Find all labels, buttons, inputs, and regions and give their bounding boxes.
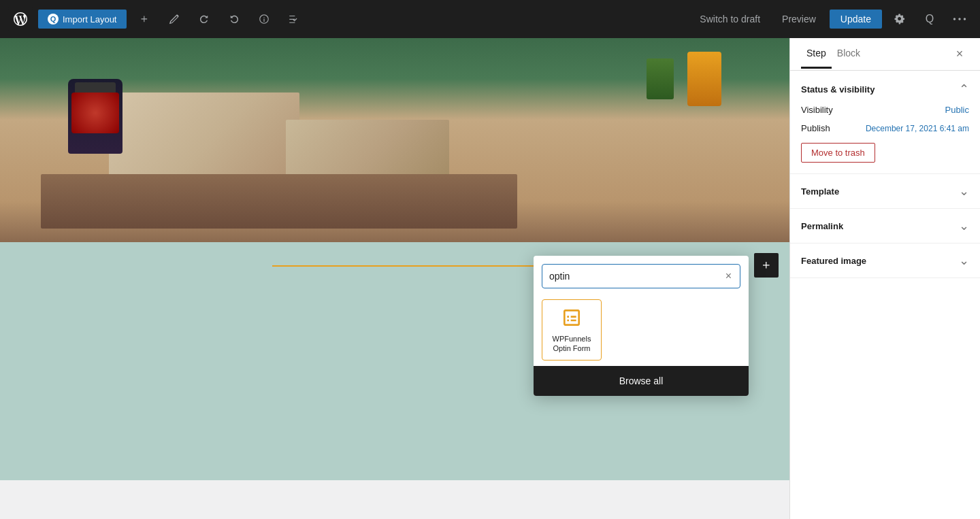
browse-all-button[interactable]: Browse all xyxy=(534,366,749,396)
settings-button[interactable] xyxy=(887,7,912,31)
featured-image-section-title: Featured image xyxy=(801,256,866,266)
wp-logo-icon xyxy=(14,12,27,26)
status-visibility-section: Status & visibility ⌃ Visibility Public … xyxy=(790,71,980,174)
sidebar-header: Step Block × xyxy=(790,38,980,71)
tab-block[interactable]: Block xyxy=(832,39,866,69)
user-icon: Q xyxy=(926,13,934,25)
permalink-section: Permalink ⌄ xyxy=(790,209,980,244)
user-button[interactable]: Q xyxy=(917,7,942,31)
form-icon xyxy=(561,307,583,329)
template-chevron-icon: ⌄ xyxy=(959,184,969,199)
content-area: × WPFunnels Optin Form Browse al xyxy=(0,242,789,480)
q-icon: Q xyxy=(48,14,59,24)
info-button[interactable] xyxy=(252,7,276,31)
block-inserter-popup: × WPFunnels Optin Form Browse al xyxy=(534,256,749,396)
more-icon xyxy=(953,12,966,26)
visibility-value[interactable]: Public xyxy=(945,105,969,115)
wpfunnels-optin-block-item[interactable]: WPFunnels Optin Form xyxy=(542,299,602,361)
info-icon xyxy=(258,13,270,25)
add-block-button[interactable] xyxy=(132,7,157,31)
featured-image-section: Featured image ⌄ xyxy=(790,244,980,278)
tab-step[interactable]: Step xyxy=(801,39,832,69)
visibility-row: Visibility Public xyxy=(801,105,969,115)
publish-label: Publish xyxy=(801,123,830,133)
block-search-input[interactable] xyxy=(549,271,724,282)
publish-row: Publish December 17, 2021 6:41 am xyxy=(801,123,969,133)
featured-image-section-header[interactable]: Featured image ⌄ xyxy=(801,253,969,268)
more-options-button[interactable] xyxy=(947,7,972,31)
template-section-title: Template xyxy=(801,186,839,197)
wp-logo[interactable] xyxy=(8,7,33,31)
switch-to-draft-button[interactable]: Switch to draft xyxy=(691,10,768,29)
plus-editor-icon xyxy=(760,258,773,272)
permalink-section-header[interactable]: Permalink ⌄ xyxy=(801,218,969,233)
block-search-row: × xyxy=(542,264,740,288)
block-grid: WPFunnels Optin Form xyxy=(534,294,749,366)
gear-icon xyxy=(893,12,906,26)
editor-area: × WPFunnels Optin Form Browse al xyxy=(0,38,789,519)
hero-image-section xyxy=(0,38,789,242)
list-view-button[interactable] xyxy=(282,7,306,31)
import-layout-label: Import Layout xyxy=(63,14,117,24)
add-block-editor-button[interactable] xyxy=(754,253,779,278)
right-sidebar: Step Block × Status & visibility ⌃ Visib… xyxy=(789,38,980,519)
status-chevron-up-icon: ⌃ xyxy=(959,82,969,97)
main-layout: × WPFunnels Optin Form Browse al xyxy=(0,38,980,519)
pen-icon xyxy=(168,13,180,25)
list-view-icon xyxy=(288,13,300,25)
import-layout-button[interactable]: Q Import Layout xyxy=(38,10,127,29)
block-search-clear-button[interactable]: × xyxy=(724,270,733,282)
publish-date-value[interactable]: December 17, 2021 6:41 am xyxy=(866,124,969,133)
permalink-section-title: Permalink xyxy=(801,221,843,231)
redo-button[interactable] xyxy=(222,7,246,31)
sidebar-close-button[interactable]: × xyxy=(950,45,969,64)
template-section-header[interactable]: Template ⌄ xyxy=(801,184,969,199)
editor-content: × WPFunnels Optin Form Browse al xyxy=(0,38,789,519)
featured-image-chevron-icon: ⌄ xyxy=(959,253,969,268)
permalink-chevron-icon: ⌄ xyxy=(959,218,969,233)
status-section-title: Status & visibility xyxy=(801,84,875,95)
wpfunnels-optin-icon xyxy=(561,307,583,329)
pen-tool-button[interactable] xyxy=(162,7,186,31)
move-to-trash-button[interactable]: Move to trash xyxy=(801,143,875,163)
visibility-label: Visibility xyxy=(801,105,833,115)
toolbar: Q Import Layout Switch to draft Preview … xyxy=(0,0,980,38)
preview-button[interactable]: Preview xyxy=(774,10,824,29)
update-button[interactable]: Update xyxy=(830,10,882,29)
redo-icon xyxy=(228,13,240,25)
plus-icon xyxy=(138,13,150,25)
status-section-header[interactable]: Status & visibility ⌃ xyxy=(801,82,969,97)
wpfunnels-optin-label: WPFunnels Optin Form xyxy=(548,334,595,354)
undo-button[interactable] xyxy=(192,7,216,31)
template-section: Template ⌄ xyxy=(790,174,980,209)
undo-icon xyxy=(198,13,210,25)
